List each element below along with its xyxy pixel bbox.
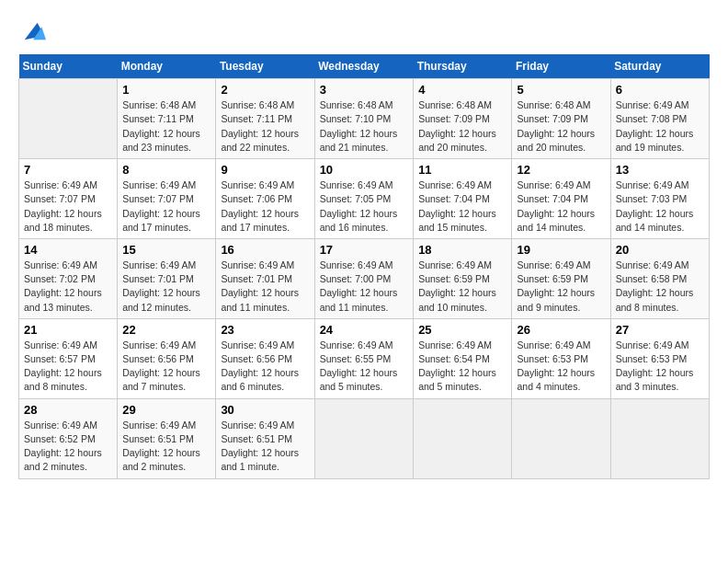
day-number: 8 (122, 163, 210, 177)
day-number: 16 (221, 243, 309, 257)
calendar-week-2: 7Sunrise: 6:49 AMSunset: 7:07 PMDaylight… (19, 159, 710, 239)
calendar-table: SundayMondayTuesdayWednesdayThursdayFrid… (18, 54, 710, 478)
calendar-week-5: 28Sunrise: 6:49 AMSunset: 6:52 PMDayligh… (19, 398, 710, 478)
day-number: 5 (517, 83, 605, 97)
day-number: 2 (221, 83, 309, 97)
logo-text (18, 18, 46, 49)
day-number: 15 (122, 243, 210, 257)
day-number: 3 (320, 83, 409, 97)
calendar-cell: 8Sunrise: 6:49 AMSunset: 7:07 PMDaylight… (118, 159, 216, 239)
day-info: Sunrise: 6:49 AMSunset: 6:51 PMDaylight:… (221, 419, 309, 475)
day-info: Sunrise: 6:49 AMSunset: 7:04 PMDaylight:… (517, 178, 605, 235)
calendar-cell (512, 398, 610, 478)
day-header-monday: Monday (118, 54, 216, 79)
day-info: Sunrise: 6:49 AMSunset: 6:53 PMDaylight:… (616, 339, 704, 395)
calendar-cell (610, 398, 709, 478)
day-number: 4 (418, 83, 506, 97)
calendar-cell: 19Sunrise: 6:49 AMSunset: 6:59 PMDayligh… (512, 238, 610, 318)
day-number: 10 (320, 163, 409, 177)
calendar-cell: 10Sunrise: 6:49 AMSunset: 7:05 PMDayligh… (314, 159, 414, 239)
day-number: 28 (24, 403, 112, 417)
day-header-wednesday: Wednesday (314, 54, 414, 79)
day-header-friday: Friday (512, 54, 610, 79)
day-info: Sunrise: 6:49 AMSunset: 7:00 PMDaylight:… (320, 259, 409, 315)
day-number: 22 (122, 323, 210, 337)
day-number: 7 (24, 163, 112, 177)
calendar-cell: 3Sunrise: 6:48 AMSunset: 7:10 PMDaylight… (314, 79, 414, 159)
day-info: Sunrise: 6:49 AMSunset: 7:08 PMDaylight:… (616, 98, 704, 155)
page-header (18, 18, 710, 45)
day-info: Sunrise: 6:49 AMSunset: 7:04 PMDaylight:… (418, 178, 506, 235)
day-info: Sunrise: 6:48 AMSunset: 7:10 PMDaylight:… (320, 98, 409, 155)
day-info: Sunrise: 6:49 AMSunset: 6:56 PMDaylight:… (221, 339, 309, 395)
day-number: 14 (24, 243, 112, 257)
day-number: 30 (221, 403, 309, 417)
calendar-cell: 18Sunrise: 6:49 AMSunset: 6:59 PMDayligh… (414, 238, 512, 318)
calendar-week-3: 14Sunrise: 6:49 AMSunset: 7:02 PMDayligh… (19, 238, 710, 318)
calendar-cell: 16Sunrise: 6:49 AMSunset: 7:01 PMDayligh… (216, 238, 314, 318)
day-info: Sunrise: 6:49 AMSunset: 6:51 PMDaylight:… (122, 419, 210, 475)
day-number: 18 (418, 243, 506, 257)
day-info: Sunrise: 6:48 AMSunset: 7:09 PMDaylight:… (517, 98, 605, 155)
day-number: 25 (418, 323, 506, 337)
day-info: Sunrise: 6:48 AMSunset: 7:11 PMDaylight:… (122, 98, 210, 155)
calendar-cell (314, 398, 414, 478)
day-number: 23 (221, 323, 309, 337)
logo-icon (20, 18, 46, 44)
day-number: 1 (122, 83, 210, 97)
day-number: 11 (418, 163, 506, 177)
calendar-cell: 28Sunrise: 6:49 AMSunset: 6:52 PMDayligh… (19, 398, 118, 478)
day-info: Sunrise: 6:49 AMSunset: 7:07 PMDaylight:… (122, 178, 210, 235)
calendar-cell: 26Sunrise: 6:49 AMSunset: 6:53 PMDayligh… (512, 318, 610, 398)
day-number: 26 (517, 323, 605, 337)
calendar-week-4: 21Sunrise: 6:49 AMSunset: 6:57 PMDayligh… (19, 318, 710, 398)
calendar-cell: 24Sunrise: 6:49 AMSunset: 6:55 PMDayligh… (314, 318, 414, 398)
day-header-thursday: Thursday (414, 54, 512, 79)
calendar-cell: 4Sunrise: 6:48 AMSunset: 7:09 PMDaylight… (414, 79, 512, 159)
calendar-cell: 29Sunrise: 6:49 AMSunset: 6:51 PMDayligh… (118, 398, 216, 478)
day-info: Sunrise: 6:48 AMSunset: 7:11 PMDaylight:… (221, 98, 309, 155)
day-info: Sunrise: 6:49 AMSunset: 7:02 PMDaylight:… (24, 259, 112, 315)
calendar-cell: 17Sunrise: 6:49 AMSunset: 7:00 PMDayligh… (314, 238, 414, 318)
calendar-cell: 5Sunrise: 6:48 AMSunset: 7:09 PMDaylight… (512, 79, 610, 159)
day-info: Sunrise: 6:49 AMSunset: 6:59 PMDaylight:… (517, 259, 605, 315)
day-number: 12 (517, 163, 605, 177)
calendar-cell (414, 398, 512, 478)
day-info: Sunrise: 6:49 AMSunset: 6:56 PMDaylight:… (122, 339, 210, 395)
day-number: 13 (616, 163, 704, 177)
day-header-sunday: Sunday (19, 54, 118, 79)
day-info: Sunrise: 6:49 AMSunset: 6:59 PMDaylight:… (418, 259, 506, 315)
day-number: 17 (320, 243, 409, 257)
calendar-cell: 1Sunrise: 6:48 AMSunset: 7:11 PMDaylight… (118, 79, 216, 159)
day-info: Sunrise: 6:49 AMSunset: 7:01 PMDaylight:… (221, 259, 309, 315)
day-info: Sunrise: 6:49 AMSunset: 7:03 PMDaylight:… (616, 178, 704, 235)
day-info: Sunrise: 6:49 AMSunset: 6:55 PMDaylight:… (320, 339, 409, 395)
calendar-cell: 11Sunrise: 6:49 AMSunset: 7:04 PMDayligh… (414, 159, 512, 239)
calendar-cell: 23Sunrise: 6:49 AMSunset: 6:56 PMDayligh… (216, 318, 314, 398)
logo (18, 18, 46, 45)
day-number: 6 (616, 83, 704, 97)
day-info: Sunrise: 6:49 AMSunset: 6:57 PMDaylight:… (24, 339, 112, 395)
day-info: Sunrise: 6:49 AMSunset: 7:01 PMDaylight:… (122, 259, 210, 315)
calendar-body: 1Sunrise: 6:48 AMSunset: 7:11 PMDaylight… (19, 79, 710, 478)
calendar-header-row: SundayMondayTuesdayWednesdayThursdayFrid… (19, 54, 710, 79)
day-number: 20 (616, 243, 704, 257)
day-info: Sunrise: 6:48 AMSunset: 7:09 PMDaylight:… (418, 98, 506, 155)
calendar-cell: 9Sunrise: 6:49 AMSunset: 7:06 PMDaylight… (216, 159, 314, 239)
calendar-cell: 22Sunrise: 6:49 AMSunset: 6:56 PMDayligh… (118, 318, 216, 398)
day-number: 27 (616, 323, 704, 337)
day-info: Sunrise: 6:49 AMSunset: 7:07 PMDaylight:… (24, 178, 112, 235)
day-header-saturday: Saturday (610, 54, 709, 79)
calendar-cell: 13Sunrise: 6:49 AMSunset: 7:03 PMDayligh… (610, 159, 709, 239)
calendar-cell: 2Sunrise: 6:48 AMSunset: 7:11 PMDaylight… (216, 79, 314, 159)
day-info: Sunrise: 6:49 AMSunset: 6:52 PMDaylight:… (24, 419, 112, 475)
day-info: Sunrise: 6:49 AMSunset: 6:54 PMDaylight:… (418, 339, 506, 395)
day-number: 9 (221, 163, 309, 177)
day-info: Sunrise: 6:49 AMSunset: 6:58 PMDaylight:… (616, 259, 704, 315)
calendar-cell: 14Sunrise: 6:49 AMSunset: 7:02 PMDayligh… (19, 238, 118, 318)
day-number: 29 (122, 403, 210, 417)
calendar-cell: 21Sunrise: 6:49 AMSunset: 6:57 PMDayligh… (19, 318, 118, 398)
calendar-week-1: 1Sunrise: 6:48 AMSunset: 7:11 PMDaylight… (19, 79, 710, 159)
day-number: 24 (320, 323, 409, 337)
calendar-cell (19, 79, 118, 159)
